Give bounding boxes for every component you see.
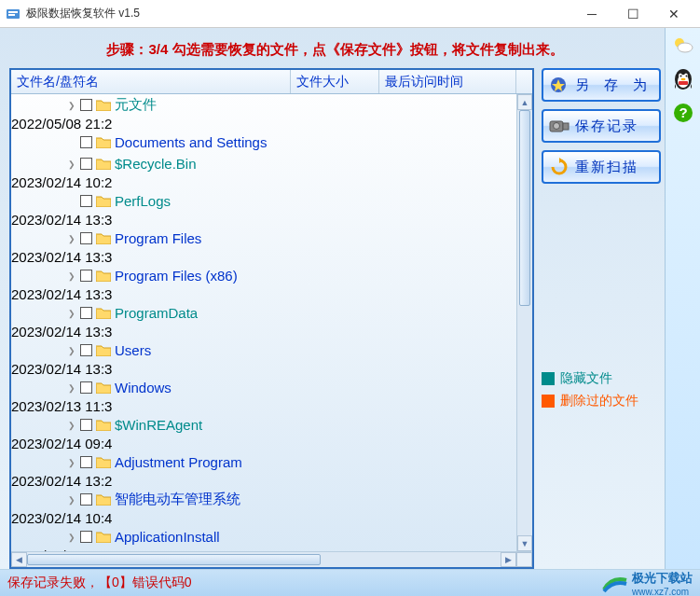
checkbox[interactable] — [80, 136, 92, 148]
legend: 隐藏文件 删除过的文件 — [542, 370, 661, 409]
checkbox[interactable] — [80, 232, 92, 244]
window-title: 极限数据恢复软件 v1.5 — [26, 6, 571, 21]
legend-swatch-teal — [542, 372, 555, 385]
table-row[interactable]: ❯Windows — [11, 377, 516, 398]
column-header-time[interactable]: 最后访问时间 — [379, 70, 516, 93]
file-date: 2023/02/14 10:4 — [11, 510, 112, 526]
checkbox[interactable] — [80, 195, 92, 207]
svg-point-17 — [680, 78, 685, 80]
table-row[interactable]: PerfLogs — [11, 190, 516, 212]
table-row[interactable]: ❯智能电动车管理系统 — [11, 489, 516, 510]
legend-deleted: 删除过的文件 — [542, 393, 661, 409]
table-row[interactable]: ❯$Recycle.Bin — [11, 153, 516, 174]
table-row[interactable]: ❯Program Files — [11, 228, 516, 249]
refresh-icon — [549, 158, 570, 176]
close-button[interactable]: ✕ — [653, 1, 694, 27]
folder-icon — [96, 531, 111, 544]
star-icon — [549, 76, 570, 94]
file-name: Windows — [115, 380, 172, 395]
expand-icon[interactable]: ❯ — [65, 533, 78, 542]
scroll-up-arrow[interactable]: ▲ — [517, 94, 532, 110]
file-date: 2023/02/14 13:3 — [11, 249, 112, 265]
table-row[interactable]: ❯Adjustment Program — [11, 451, 516, 473]
scroll-thumb-horizontal[interactable] — [27, 554, 321, 565]
watermark-logo-icon — [602, 573, 628, 593]
checkbox[interactable] — [80, 493, 92, 506]
legend-hidden-label: 隐藏文件 — [560, 370, 612, 387]
table-header: 文件名/盘符名 文件大小 最后访问时间 — [11, 70, 532, 94]
file-date: 2023/02/14 13:3 — [11, 212, 112, 228]
table-row[interactable]: ❯Program Files (x86) — [11, 265, 516, 286]
folder-icon — [96, 307, 111, 320]
checkbox[interactable] — [80, 99, 92, 111]
svg-point-15 — [679, 76, 681, 77]
expand-icon[interactable]: ❯ — [65, 159, 78, 169]
svg-rect-7 — [563, 123, 569, 130]
file-date: 2023/02/13 11:3 — [11, 398, 112, 414]
horizontal-scrollbar[interactable]: ◀ ▶ — [11, 551, 532, 567]
scroll-corner — [516, 552, 532, 567]
checkbox[interactable] — [80, 456, 92, 468]
table-row[interactable]: ❯$WinREAgent — [11, 414, 516, 436]
expand-icon[interactable]: ❯ — [65, 421, 78, 430]
svg-point-16 — [685, 76, 687, 77]
expand-icon[interactable]: ❯ — [65, 346, 78, 355]
expand-icon[interactable]: ❯ — [65, 234, 78, 243]
svg-rect-1 — [8, 11, 18, 13]
expand-icon[interactable]: ❯ — [65, 271, 78, 281]
vertical-scrollbar[interactable]: ▲ ▼ — [516, 94, 532, 551]
file-date: 2023/02/14 13:3 — [11, 324, 112, 340]
scroll-left-arrow[interactable]: ◀ — [11, 552, 27, 567]
expand-icon[interactable]: ❯ — [65, 458, 78, 467]
expand-icon[interactable]: ❯ — [65, 495, 78, 505]
watermark-brand: 极光下载站 — [632, 570, 693, 587]
rescan-label: 重新扫描 — [575, 159, 638, 176]
file-name: PerfLogs — [115, 193, 171, 209]
file-name: Program Files — [115, 230, 201, 246]
file-name: $Recycle.Bin — [115, 156, 197, 172]
column-header-spacer — [516, 70, 532, 93]
checkbox[interactable] — [80, 419, 92, 431]
statusbar: 保存记录失败，【0】错误代码0 极光下载站 www.xz7.com — [0, 570, 700, 596]
checkbox[interactable] — [80, 531, 92, 543]
file-name: Program Files (x86) — [115, 268, 238, 284]
column-header-size[interactable]: 文件大小 — [291, 70, 379, 93]
file-name: Users — [115, 342, 151, 358]
table-row[interactable]: ❯元文件 — [11, 94, 516, 116]
save-record-button[interactable]: 保存记录 — [542, 109, 661, 143]
expand-icon[interactable]: ❯ — [65, 101, 78, 110]
app-icon — [6, 7, 21, 21]
scroll-down-arrow[interactable]: ▼ — [517, 535, 532, 551]
toolbar-qq-icon[interactable] — [669, 65, 697, 93]
checkbox[interactable] — [80, 158, 92, 170]
toolbar-weather-icon[interactable] — [669, 32, 697, 60]
expand-icon[interactable]: ❯ — [65, 383, 78, 393]
minimize-button[interactable]: ─ — [571, 1, 612, 27]
table-row[interactable]: ❯Users — [11, 340, 516, 361]
camera-icon — [549, 117, 570, 135]
svg-point-6 — [554, 123, 560, 130]
scroll-right-arrow[interactable]: ▶ — [501, 552, 516, 567]
file-date: 2022/05/08 21:2 — [11, 116, 112, 132]
side-panel: 另 存 为 保存记录 重新扫描 隐藏文 — [542, 68, 661, 569]
checkbox[interactable] — [80, 344, 92, 356]
toolbar-help-icon[interactable]: ? — [669, 99, 697, 127]
checkbox[interactable] — [80, 381, 92, 394]
folder-icon — [96, 344, 111, 357]
table-row[interactable]: ❯ProgramData — [11, 302, 516, 324]
save-as-button[interactable]: 另 存 为 — [542, 68, 661, 102]
column-header-name[interactable]: 文件名/盘符名 — [11, 70, 291, 93]
titlebar: 极限数据恢复软件 v1.5 ─ ☐ ✕ — [0, 0, 700, 28]
scroll-thumb-vertical[interactable] — [519, 110, 530, 306]
maximize-button[interactable]: ☐ — [612, 1, 653, 27]
rescan-button[interactable]: 重新扫描 — [542, 150, 661, 184]
table-row[interactable]: ❯ApplicationInstall — [11, 526, 516, 547]
table-row[interactable]: Documents and Settings — [11, 132, 516, 153]
file-name: Documents and Settings — [115, 134, 267, 150]
checkbox[interactable] — [80, 307, 92, 319]
checkbox[interactable] — [80, 270, 92, 282]
instruction-text: 步骤：3/4 勾选需要恢复的文件，点《保存文件》按钮，将文件复制出来。 — [9, 34, 661, 68]
file-table: 文件名/盘符名 文件大小 最后访问时间 ❯元文件2022/05/08 21:2D… — [9, 68, 534, 569]
file-date: 2022/08/26 08:2 — [11, 547, 112, 551]
expand-icon[interactable]: ❯ — [65, 309, 78, 318]
